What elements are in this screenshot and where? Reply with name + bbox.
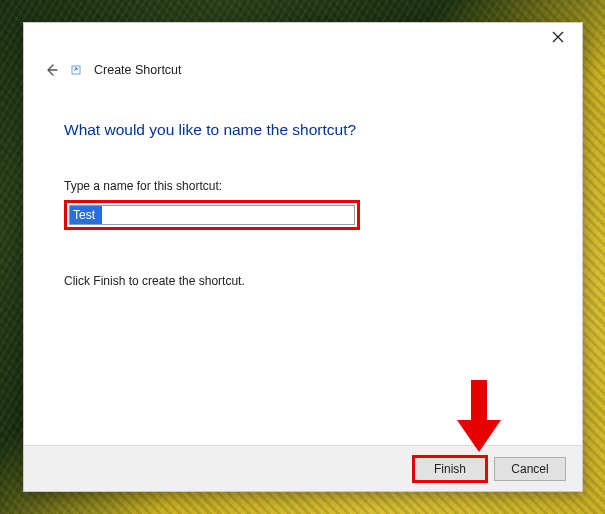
shortcut-name-input[interactable] (69, 205, 355, 225)
back-button[interactable] (42, 61, 60, 79)
create-shortcut-wizard-window: Create Shortcut What would you like to n… (23, 22, 583, 492)
finish-button[interactable]: Finish (414, 457, 486, 481)
arrow-left-icon (43, 62, 59, 78)
name-label: Type a name for this shortcut: (64, 179, 542, 193)
wizard-content: What would you like to name the shortcut… (24, 79, 582, 445)
wizard-heading: What would you like to name the shortcut… (64, 121, 542, 139)
wizard-header: Create Shortcut (24, 51, 582, 79)
desktop-background: Create Shortcut What would you like to n… (0, 0, 605, 514)
close-icon (552, 31, 564, 43)
titlebar (24, 23, 582, 51)
shortcut-wizard-icon (70, 63, 84, 77)
wizard-footer: Finish Cancel (24, 445, 582, 491)
cancel-button[interactable]: Cancel (494, 457, 566, 481)
wizard-title: Create Shortcut (94, 63, 182, 77)
wizard-info-text: Click Finish to create the shortcut. (64, 274, 542, 288)
close-button[interactable] (536, 25, 580, 49)
name-input-highlight (64, 200, 360, 230)
svg-rect-2 (72, 66, 80, 74)
